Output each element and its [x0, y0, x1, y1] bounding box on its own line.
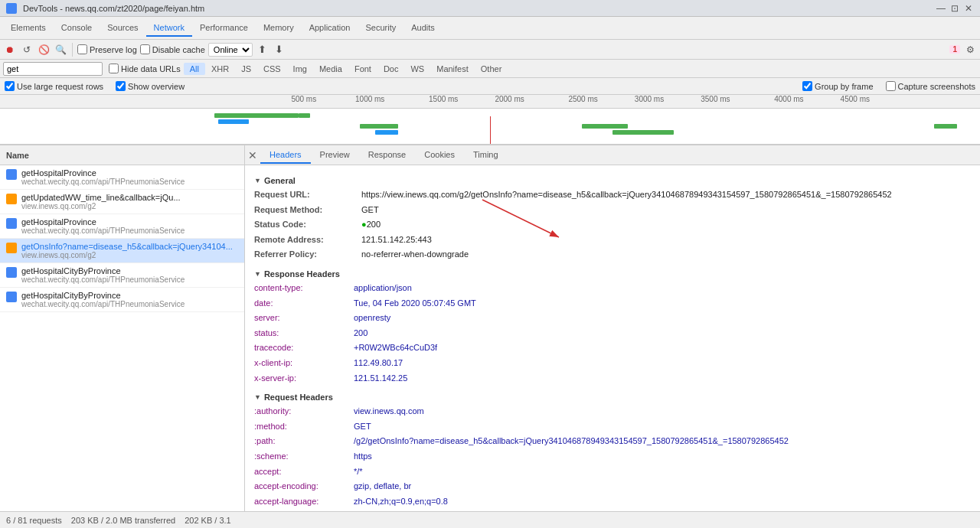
show-overview-input[interactable] — [116, 81, 126, 91]
disable-cache-input[interactable] — [140, 44, 150, 54]
request-item-3[interactable]: getHospitalProvincewechat.wecity.qq.com/… — [0, 214, 244, 239]
response-headers-label: Response Headers — [264, 269, 340, 279]
request-header-row-3: :scheme:https — [254, 450, 971, 464]
top-tab-network[interactable]: Network — [146, 20, 192, 37]
right-tab-headers[interactable]: Headers — [260, 147, 311, 164]
request-details-5: getHospitalCityByProvincewechat.wecity.q… — [21, 266, 238, 284]
right-tab-timing[interactable]: Timing — [464, 147, 508, 164]
filter-btn-css[interactable]: CSS — [257, 63, 287, 75]
toolbar: ⏺ ↺ 🚫 🔍 Preserve log Disable cache Onlin… — [0, 40, 980, 60]
filter-btn-media[interactable]: Media — [313, 63, 348, 75]
request-name-6: getHospitalCityByProvince — [21, 291, 238, 300]
show-overview-checkbox[interactable]: Show overview — [116, 81, 185, 91]
top-tabs: ElementsConsoleSourcesNetworkPerformance… — [0, 17, 980, 40]
request-details-3: getHospitalProvincewechat.wecity.qq.com/… — [21, 217, 238, 235]
search-button[interactable]: 🔍 — [54, 43, 67, 57]
doc-icon — [6, 267, 17, 278]
top-tab-application[interactable]: Application — [302, 20, 358, 37]
right-tab-preview[interactable]: Preview — [311, 147, 359, 164]
clear-button[interactable]: 🚫 — [37, 43, 51, 57]
xhr-icon — [6, 194, 17, 204]
request-url-key: Request URL: — [254, 188, 361, 202]
request-header-row-7: cache-control:no-cache — [254, 510, 971, 511]
filter-btn-other[interactable]: Other — [475, 63, 508, 75]
refresh-button[interactable]: ↺ — [20, 43, 34, 57]
filter-btn-img[interactable]: Img — [287, 63, 313, 75]
filter-btn-js[interactable]: JS — [235, 63, 257, 75]
filter-btn-manifest[interactable]: Manifest — [430, 63, 475, 75]
settings-button[interactable]: ⚙ — [963, 43, 977, 57]
filter-btn-xhr[interactable]: XHR — [205, 63, 235, 75]
top-tab-performance[interactable]: Performance — [192, 20, 256, 37]
resources-size: 202 KB / 3.1 — [185, 516, 231, 525]
top-tab-elements[interactable]: Elements — [3, 20, 54, 37]
capture-screenshots-checkbox[interactable]: Capture screenshots — [886, 81, 976, 91]
request-item-4[interactable]: getOnsInfo?name=disease_h5&callback=jQue… — [0, 239, 244, 263]
top-tab-console[interactable]: Console — [54, 20, 100, 37]
search-input[interactable] — [3, 62, 103, 76]
titlebar: DevTools - news.qq.com/zt2020/page/feiya… — [0, 0, 980, 17]
request-item-5[interactable]: getHospitalCityByProvincewechat.wecity.q… — [0, 263, 244, 288]
hide-data-urls-input[interactable] — [109, 64, 119, 73]
right-checkboxes: Group by frame Capture screenshots — [802, 81, 975, 91]
filter-btn-font[interactable]: Font — [348, 63, 377, 75]
req-header-val-4: */* — [354, 465, 363, 479]
request-header-row-4: accept:*/* — [254, 465, 971, 479]
maximize-button[interactable]: ⊡ — [949, 3, 960, 14]
filter-btn-doc[interactable]: Doc — [377, 63, 405, 75]
close-button[interactable]: ✕ — [963, 3, 974, 14]
filter-btn-all[interactable]: All — [184, 63, 205, 75]
hide-data-urls-checkbox[interactable]: Hide data URLs — [109, 64, 181, 73]
record-button[interactable]: ⏺ — [3, 43, 17, 57]
filter-btn-ws[interactable]: WS — [404, 63, 430, 75]
request-item-2[interactable]: getUpdatedWW_time_line&callback=jQu...vi… — [0, 190, 244, 214]
svg-rect-6 — [582, 124, 628, 129]
name-column-header: Name — [6, 151, 29, 160]
timeline-label-7: 4000 ms — [774, 95, 803, 103]
capture-screenshots-input[interactable] — [886, 81, 896, 91]
import-button[interactable]: ⬆ — [256, 43, 270, 57]
request-url-val: https://view.inews.qq.com/g2/getOnsInfo?… — [361, 188, 892, 202]
request-headers-list: :authority:view.inews.qq.com:method:GET:… — [254, 405, 971, 511]
request-details-6: getHospitalCityByProvincewechat.wecity.q… — [21, 291, 238, 308]
close-detail-button[interactable]: ✕ — [248, 150, 257, 161]
request-details-2: getUpdatedWW_time_line&callback=jQu...vi… — [21, 193, 238, 210]
request-item-6[interactable]: getHospitalCityByProvincewechat.wecity.q… — [0, 288, 244, 312]
request-headers-section-header: ▼ Request Headers — [254, 393, 971, 402]
svg-rect-2 — [299, 113, 310, 118]
general-referrer-row: Referrer Policy: no-referrer-when-downgr… — [254, 248, 971, 262]
overview-row: Use large request rows Show overview Gro… — [0, 78, 980, 95]
timeline-label-8: 4500 ms — [841, 95, 870, 103]
top-tab-memory[interactable]: Memory — [256, 20, 302, 37]
preserve-log-input[interactable] — [77, 44, 87, 54]
resp-header-key-6: x-server-ip: — [254, 372, 354, 386]
group-by-frame-checkbox[interactable]: Group by frame — [802, 81, 873, 91]
remote-address-key: Remote Address: — [254, 233, 361, 247]
doc-icon — [6, 292, 17, 302]
response-header-row-6: x-server-ip:121.51.142.25 — [254, 372, 971, 386]
request-name-3: getHospitalProvince — [21, 217, 238, 227]
request-url-5: wechat.wecity.qq.com/api/THPneumoniaServ… — [21, 275, 238, 284]
preserve-log-checkbox[interactable]: Preserve log — [77, 44, 137, 54]
export-button[interactable]: ⬇ — [273, 43, 286, 57]
minimize-button[interactable]: — — [936, 3, 946, 14]
top-tab-security[interactable]: Security — [358, 20, 403, 37]
status-dot: ● — [361, 218, 367, 232]
request-url-1: wechat.wecity.qq.com/api/THPneumoniaServ… — [21, 178, 238, 186]
disable-cache-checkbox[interactable]: Disable cache — [140, 44, 205, 54]
req-header-val-1: GET — [354, 420, 371, 434]
throttle-select[interactable]: Online — [208, 43, 253, 57]
resp-header-val-6: 121.51.142.25 — [354, 372, 407, 386]
right-tab-cookies[interactable]: Cookies — [415, 147, 464, 164]
group-by-frame-input[interactable] — [802, 81, 812, 91]
top-tab-audits[interactable]: Audits — [403, 20, 443, 37]
top-tab-sources[interactable]: Sources — [100, 20, 145, 37]
req-header-key-7: cache-control: — [254, 510, 354, 511]
general-request-url-row: Request URL: https://view.inews.qq.com/g… — [254, 188, 971, 202]
large-rows-checkbox[interactable]: Use large request rows — [5, 81, 103, 91]
right-tab-response[interactable]: Response — [359, 147, 416, 164]
large-rows-input[interactable] — [5, 81, 15, 91]
svg-rect-0 — [214, 113, 299, 118]
request-item-1[interactable]: getHospitalProvincewechat.wecity.qq.com/… — [0, 165, 244, 190]
separator-1 — [72, 43, 73, 57]
